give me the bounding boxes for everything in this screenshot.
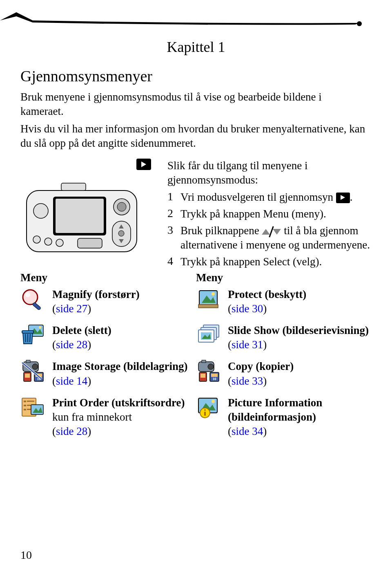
step-3-text: Bruk pilknappene til å bla gjennom alter… bbox=[180, 224, 372, 252]
svg-rect-58 bbox=[200, 374, 205, 378]
menu-item-picture-info: Picture Information (bildeinformasjon) (… bbox=[196, 396, 372, 439]
storage-icon: 10 bbox=[20, 359, 45, 382]
picture-info-icon bbox=[196, 396, 220, 419]
step-4: 4 Trykk på knappen Select (velg). bbox=[167, 255, 372, 269]
svg-rect-6 bbox=[78, 238, 102, 248]
menu-item-slideshow: Slide Show (bildeserievisning) (side 31) bbox=[196, 323, 372, 352]
svg-rect-56 bbox=[202, 360, 206, 363]
intro-paragraph-2: Hvis du vil ha mer informasjon om hvorda… bbox=[20, 122, 368, 150]
svg-point-17 bbox=[25, 292, 30, 297]
svg-point-8 bbox=[33, 236, 40, 243]
step-2: 2 Trykk på knappen Menu (meny). bbox=[167, 207, 372, 221]
svg-rect-28 bbox=[26, 360, 30, 363]
steps-intro-text: Slik får du tilgang til menyene i gjenno… bbox=[167, 159, 372, 187]
step-4-text: Trykk på knappen Select (velg). bbox=[180, 255, 372, 269]
step-1: 1 Vri modusvelgeren til gjennomsyn . bbox=[167, 190, 372, 204]
playback-icon-inline bbox=[336, 193, 350, 203]
menu-item-copy: 10 Copy (kopier) (side 33) bbox=[196, 359, 372, 388]
step-number-4: 4 bbox=[167, 255, 180, 268]
menu-tables: Meny Magnify (forstørr) (side 27) bbox=[20, 271, 372, 446]
svg-rect-39 bbox=[24, 405, 26, 406]
svg-rect-22 bbox=[22, 331, 33, 333]
step-3-text-a: Bruk pilknappene bbox=[180, 224, 262, 237]
delete-link[interactable]: side 28 bbox=[56, 338, 87, 351]
svg-point-47 bbox=[212, 292, 215, 296]
copy-icon: 10 bbox=[196, 359, 220, 382]
print-order-sub: kun fra minnekort bbox=[52, 411, 132, 423]
print-order-link[interactable]: side 28 bbox=[56, 425, 87, 437]
step-3: 3 Bruk pilknappene til å bla gjennom alt… bbox=[167, 224, 372, 252]
svg-rect-15 bbox=[61, 183, 86, 190]
copy-link[interactable]: side 33 bbox=[232, 375, 263, 387]
copy-title: Copy (kopier) bbox=[228, 360, 294, 372]
slideshow-icon bbox=[196, 323, 220, 346]
menu-right-column: Meny Protect (beskytt) (side 30) bbox=[196, 271, 372, 446]
svg-point-0 bbox=[357, 21, 362, 26]
menu-item-image-storage: 10 Image Storage (bildelagring) (side 14… bbox=[20, 359, 196, 388]
svg-rect-60 bbox=[211, 374, 218, 377]
protect-link[interactable]: side 30 bbox=[232, 302, 263, 315]
menu-item-protect: Protect (beskytt) (side 30) bbox=[196, 287, 372, 316]
svg-point-64 bbox=[212, 400, 215, 403]
menu-item-magnify: Magnify (forstørr) (side 27) bbox=[20, 287, 196, 316]
step-number-1: 1 bbox=[167, 190, 180, 203]
menu-item-delete: Delete (slett) (side 28) bbox=[20, 323, 196, 352]
svg-point-14 bbox=[118, 231, 124, 236]
storage-title: Image Storage (bildelagring) bbox=[52, 360, 187, 372]
magnify-icon bbox=[20, 287, 45, 310]
svg-rect-41 bbox=[24, 409, 26, 410]
section-title: Gjennomsynsmenyer bbox=[20, 67, 392, 85]
picture-info-link[interactable]: side 34 bbox=[232, 425, 263, 437]
svg-rect-37 bbox=[24, 401, 26, 402]
header-decoration: Kapittel 1 bbox=[0, 12, 392, 56]
svg-line-25 bbox=[30, 334, 30, 342]
svg-point-10 bbox=[56, 239, 63, 246]
svg-rect-67 bbox=[204, 412, 206, 416]
svg-rect-30 bbox=[25, 374, 30, 378]
step-1-text: Vri modusvelgeren til gjennomsyn . bbox=[180, 190, 372, 204]
camera-illustration-column bbox=[20, 159, 159, 271]
svg-point-9 bbox=[45, 238, 52, 245]
svg-point-66 bbox=[204, 409, 206, 411]
camera-rear-illustration bbox=[20, 174, 147, 264]
svg-point-27 bbox=[32, 364, 38, 370]
step-number-3: 3 bbox=[167, 224, 180, 237]
menu-left-column: Meny Magnify (forstørr) (side 27) bbox=[20, 271, 196, 446]
print-order-icon bbox=[20, 396, 45, 419]
protect-icon bbox=[196, 287, 220, 310]
menu-item-print-order: Print Order (utskriftsordre) kun fra min… bbox=[20, 396, 196, 439]
delete-title: Delete (slett) bbox=[52, 324, 111, 336]
menu-heading-left: Meny bbox=[20, 271, 196, 284]
step-1-text-b: . bbox=[350, 191, 353, 203]
chapter-title: Kapittel 1 bbox=[159, 38, 234, 56]
page-number: 10 bbox=[20, 549, 32, 562]
intro-paragraph-1: Bruk menyene i gjennomsynsmodus til å vi… bbox=[20, 90, 368, 119]
svg-text:10: 10 bbox=[213, 377, 217, 381]
svg-rect-38 bbox=[27, 401, 34, 402]
steps-column: Slik får du tilgang til menyene i gjenno… bbox=[159, 159, 372, 271]
protect-title: Protect (beskytt) bbox=[228, 288, 306, 300]
arrow-down-icon bbox=[273, 229, 281, 235]
slideshow-link[interactable]: side 31 bbox=[232, 338, 263, 351]
arrow-up-icon bbox=[262, 229, 270, 235]
svg-point-5 bbox=[117, 202, 126, 211]
svg-rect-3 bbox=[56, 199, 104, 233]
svg-point-55 bbox=[208, 364, 214, 370]
storage-link[interactable]: side 14 bbox=[56, 375, 87, 387]
picture-info-title: Picture Information (bildeinformasjon) bbox=[228, 397, 322, 423]
svg-rect-48 bbox=[198, 305, 218, 308]
playback-mode-icon bbox=[136, 159, 151, 170]
magnify-link[interactable]: side 27 bbox=[56, 302, 87, 315]
svg-line-23 bbox=[25, 334, 26, 342]
content-columns: Slik får du tilgang til menyene i gjenno… bbox=[20, 159, 372, 271]
svg-rect-18 bbox=[32, 302, 41, 310]
menu-heading-right: Meny bbox=[196, 271, 372, 284]
magnify-title: Magnify (forstørr) bbox=[52, 288, 140, 300]
svg-point-21 bbox=[39, 326, 41, 329]
svg-point-16 bbox=[23, 290, 38, 305]
step-1-text-a: Vri modusvelgeren til gjennomsyn bbox=[180, 191, 336, 203]
slideshow-title: Slide Show (bildeserievisning) bbox=[228, 324, 369, 336]
step-number-2: 2 bbox=[167, 207, 180, 220]
header-swoosh bbox=[0, 12, 392, 37]
step-2-text: Trykk på knappen Menu (meny). bbox=[180, 207, 372, 221]
